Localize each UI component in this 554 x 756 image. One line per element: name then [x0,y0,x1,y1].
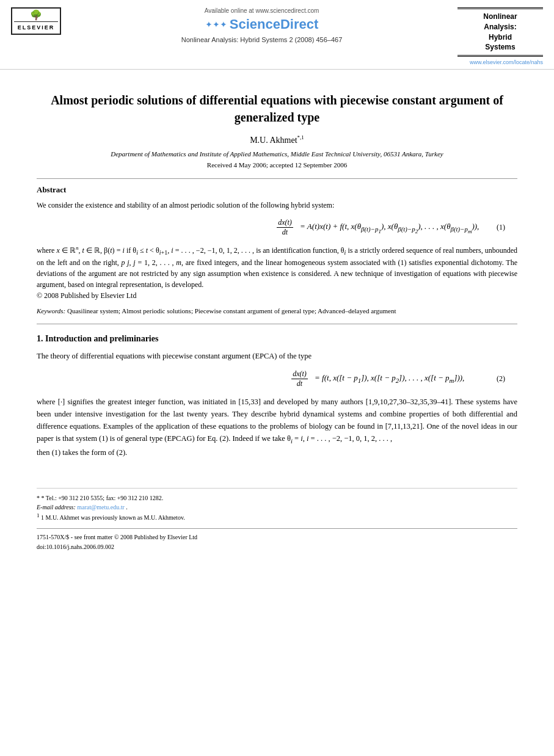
affiliation: Department of Mathematics and Institute … [37,150,517,158]
authors: M.U. Akhmet*,1 [37,134,517,145]
journal-badge: Nonlinear Analysis: Hybrid Systems [457,7,543,57]
footnote-1-symbol: 1 [37,514,41,521]
sciencedirect-text: ScienceDirect [230,16,319,32]
footnote-star-text: * Tel.: +90 312 210 5355; fax: +90 312 2… [42,495,164,501]
eq2-numerator: dx(t) [291,369,308,379]
journal-badge-line1: Nonlinear [483,12,517,21]
article-title: Almost periodic solutions of differentia… [37,92,517,126]
equation-1-block: dx(t) dt = A(t)x(t) + f(t, x(θβ(t)−p1), … [37,218,517,237]
eq2-denominator: dt [296,379,304,388]
eq1-numerator: dx(t) [277,218,293,228]
doi: doi:10.1016/j.nahs.2006.09.002 [37,542,517,552]
sciencedirect-logo: ✦✦✦ ScienceDirect [72,16,451,32]
keywords-label: Keywords: [37,307,65,314]
header-center: Available online at www.sciencedirect.co… [66,7,457,43]
header-right: Nonlinear Analysis: Hybrid Systems www.e… [457,7,543,65]
journal-badge-line2: Analysis: [484,23,516,31]
footer-bottom: 1751-570X/$ - see front matter © 2008 Pu… [37,528,517,552]
divider-1 [37,178,517,179]
journal-badge-line3: Hybrid [489,33,512,42]
copyright-text: © 2008 Published by Elsevier Ltd [37,290,517,301]
author-sup: *,1 [297,134,304,140]
section-1-body: where [·] signifies the greatest integer… [37,396,517,459]
eq2-rhs: = f(t, x([t − p1]), x([t − p2]), . . . ,… [315,373,464,382]
elsevier-label: ELSEVIER [18,24,55,31]
equation-1: dx(t) dt = A(t)x(t) + f(t, x(θβ(t)−p1), … [268,218,487,237]
elsevier-logo: 🌳 ELSEVIER [11,7,66,35]
eq1-rhs: = A(t)x(t) + f(t, x(θβ(t)−p1), x(θβ(t)−p… [300,222,479,231]
email-label: E-mail address: [37,504,77,511]
available-online-text: Available online at www.sciencedirect.co… [72,7,451,14]
equation-2: dx(t) dt = f(t, x([t − p1]), x([t − p2])… [268,369,487,388]
equation-1-number: (1) [487,223,505,232]
eq2-fraction: dx(t) dt [291,369,308,388]
main-content: Almost periodic solutions of differentia… [0,70,554,476]
header: 🌳 ELSEVIER Available online at www.scien… [0,0,554,70]
journal-name: Nonlinear Analysis: Hybrid Systems 2 (20… [72,36,451,43]
footer: * * Tel.: +90 312 210 5355; fax: +90 312… [37,488,517,552]
divider-2 [37,324,517,324]
eq1-denominator: dt [281,228,289,237]
abstract-body: where x ∈ ℝn, t ∈ ℝ, β(t) = i if θi ≤ t … [37,244,517,290]
section-1-intro: The theory of differential equations wit… [37,350,517,362]
sd-dots-icon: ✦✦✦ [205,20,227,30]
footnote-star-symbol: * [37,495,42,501]
equation-2-block: dx(t) dt = f(t, x([t − p1]), x([t − p2])… [37,369,517,388]
email-value: marat@metu.edu.tr [77,504,125,511]
footer-note: * * Tel.: +90 312 210 5355; fax: +90 312… [37,493,517,522]
keywords: Keywords: Quasilinear system; Almost per… [37,306,517,316]
received-dates: Received 4 May 2006; accepted 12 Septemb… [37,161,517,169]
eq1-fraction: dx(t) dt [277,218,293,237]
equation-2-number: (2) [487,374,505,383]
copyright-bottom: 1751-570X/$ - see front matter © 2008 Pu… [37,532,517,542]
then-word: then [37,448,50,457]
page: 🌳 ELSEVIER Available online at www.scien… [0,0,554,756]
keywords-values: Quasilinear system; Almost periodic solu… [67,307,396,314]
footnote-1-text: 1 M.U. Akhmet was previously known as M.… [41,514,185,521]
author-name: M.U. Akhmet [250,136,297,145]
section-1-title: 1. Introduction and preliminaries [37,334,517,344]
email-period: . [126,504,128,511]
abstract-title: Abstract [37,185,517,195]
abstract-intro: We consider the existence and stability … [37,200,517,211]
journal-url: www.elsevier.com/locate/nahs [457,59,543,65]
abstract-section: Abstract We consider the existence and s… [37,185,517,316]
journal-badge-line4: Systems [485,43,515,51]
